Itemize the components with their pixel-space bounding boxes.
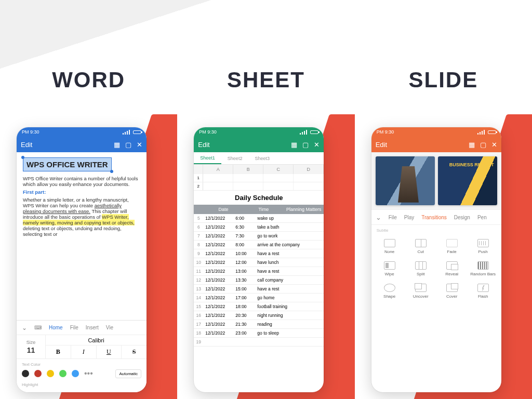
transition-reveal[interactable]: Reveal [437, 258, 467, 280]
status-bar: PM 9:30 [17, 127, 147, 137]
slide-tab[interactable]: Transitions [421, 215, 447, 220]
schedule-row[interactable]: 1212/1/202213:30call company [194, 276, 324, 285]
slide-tab[interactable]: Play [404, 215, 414, 220]
transitions-grid: NoneCutFadePushWipeSplitRevealRandom Bar… [371, 234, 501, 304]
word-tab[interactable]: Home [49, 325, 63, 330]
schedule-header: Date Time Planning Matters [194, 205, 324, 214]
schedule-row[interactable]: 1112/1/202213:00have a rest [194, 267, 324, 276]
keyboard-icon[interactable]: ⌨ [34, 325, 42, 330]
schedule-row[interactable]: 712/1/20227:30go to work [194, 232, 324, 241]
titlebar: Edit ▦ ▢ ✕ [17, 137, 147, 152]
color-swatch[interactable] [72, 370, 79, 377]
strike-button[interactable]: S [122, 345, 147, 358]
schedule-row[interactable]: 19 [194, 338, 324, 347]
transition-fade[interactable]: Fade [437, 236, 467, 257]
battery-icon [310, 130, 318, 134]
word-tab[interactable]: Insert [86, 325, 99, 330]
page-icon[interactable]: ▢ [302, 141, 309, 149]
close-icon[interactable]: ✕ [491, 141, 497, 149]
transition-icon [446, 239, 458, 247]
transition-shape[interactable]: Shape [375, 281, 405, 302]
schedule-row[interactable]: 1712/1/202221:30reading [194, 320, 324, 329]
status-time: PM 9:30 [22, 129, 39, 135]
transition-cut[interactable]: Cut [406, 236, 436, 257]
color-swatch[interactable] [34, 370, 42, 377]
italic-button[interactable]: I [71, 345, 97, 358]
schedule-row[interactable]: 512/1/20226:00wake up [194, 214, 324, 223]
panel-sheet: SHEET PM 9:30 Edit ▦ ▢ ✕ Sheet1Sheet2She… [177, 0, 354, 399]
column-headers: A B C D [194, 165, 324, 174]
page-icon[interactable]: ▢ [125, 141, 131, 149]
close-icon[interactable]: ✕ [314, 141, 320, 149]
more-colors[interactable]: ••• [84, 369, 93, 378]
chevron-down-icon[interactable]: ⌄ [376, 214, 381, 221]
slide-tab[interactable]: Design [454, 215, 470, 220]
spreadsheet-row[interactable]: 2 [194, 182, 324, 191]
transition-uncover[interactable]: Uncover [406, 281, 436, 302]
sheet-tab[interactable]: Sheet2 [221, 152, 249, 164]
edit-label[interactable]: Edit [198, 141, 209, 149]
transition-random-bars[interactable]: Random Bars [468, 258, 498, 280]
transition-flash[interactable]: Flash [468, 281, 498, 302]
schedule-row[interactable]: 612/1/20226:30take a bath [194, 223, 324, 232]
page-icon[interactable]: ▢ [480, 141, 486, 149]
status-time: PM 9:30 [199, 129, 217, 135]
schedule-row[interactable]: 1812/1/202223:00go to sleep [194, 329, 324, 338]
transition-icon [384, 284, 395, 292]
word-tab[interactable]: File [70, 325, 78, 330]
sheet-tab[interactable]: Sheet3 [248, 152, 276, 164]
transition-icon [477, 261, 489, 270]
word-tab[interactable]: Vie [106, 325, 113, 330]
transition-icon [415, 261, 427, 270]
signal-icon [123, 130, 130, 135]
panel-word: WORD PM 9:30 Edit ▦ ▢ ✕ WPS OFFICE WRITE… [0, 0, 177, 399]
grid-icon[interactable]: ▦ [469, 141, 475, 149]
color-swatch[interactable] [22, 370, 29, 377]
schedule-row[interactable]: 1312/1/202215:00have a rest [194, 285, 324, 294]
schedule-row[interactable]: 1612/1/202220:30night running [194, 311, 324, 320]
text-selection[interactable]: WPS OFFICE WRITER [23, 157, 112, 171]
transition-push[interactable]: Push [468, 236, 498, 257]
underline-button[interactable]: U [97, 345, 122, 358]
grid-icon[interactable]: ▦ [291, 141, 297, 149]
transition-cover[interactable]: Cover [437, 281, 467, 302]
color-swatch[interactable] [47, 370, 54, 377]
document-area[interactable]: WPS OFFICE WRITER WPS Office Writer cont… [17, 152, 147, 320]
transition-icon [477, 284, 489, 292]
edit-label[interactable]: Edit [376, 141, 387, 149]
panel-title-slide: SLIDE [355, 68, 532, 92]
spreadsheet-row[interactable]: 1 [194, 174, 324, 182]
automatic-color[interactable]: Automatic [115, 369, 141, 378]
font-name[interactable]: Calibri [46, 335, 147, 345]
grid-icon[interactable]: ▦ [114, 141, 120, 149]
transition-wipe[interactable]: Wipe [375, 258, 405, 280]
color-swatch[interactable] [59, 370, 66, 377]
transition-icon [446, 284, 458, 292]
slide-tab[interactable]: File [389, 215, 397, 220]
slide-thumb-1[interactable] [376, 156, 435, 205]
schedule-title: Daily Schedule [194, 191, 324, 205]
font-size-box[interactable]: Size 11 [17, 335, 46, 358]
bold-button[interactable]: B [46, 345, 71, 358]
transition-none[interactable]: None [375, 236, 405, 257]
doc-intro: WPS Office Writer contains a number of h… [23, 176, 140, 187]
chevron-down-icon[interactable]: ⌄ [22, 324, 27, 331]
phone-slide: PM 9:30 Edit ▦ ▢ ✕ BUSINESS REPORT ⌄ Fil… [371, 127, 501, 392]
signal-icon [300, 130, 307, 135]
battery-icon [488, 130, 496, 134]
schedule-row[interactable]: 812/1/20228:00arrive at the company [194, 241, 324, 249]
transition-split[interactable]: Split [406, 258, 436, 280]
slide-tab[interactable]: Pen [477, 215, 487, 220]
edit-label[interactable]: Edit [21, 141, 32, 149]
status-bar: PM 9:30 [194, 127, 324, 137]
transition-icon [477, 239, 489, 247]
slide-thumb-2[interactable]: BUSINESS REPORT [438, 156, 497, 205]
sheet-tabs: Sheet1Sheet2Sheet3 [194, 152, 324, 165]
close-icon[interactable]: ✕ [137, 141, 142, 149]
highlight-label: Highlight [22, 382, 141, 387]
schedule-row[interactable]: 1512/1/202218:00football training [194, 302, 324, 311]
schedule-row[interactable]: 1012/1/202212:00have lunch [194, 258, 324, 267]
schedule-row[interactable]: 1412/1/202217:00go home [194, 294, 324, 302]
schedule-row[interactable]: 912/1/202210:00have a rest [194, 249, 324, 258]
sheet-tab[interactable]: Sheet1 [194, 152, 221, 164]
